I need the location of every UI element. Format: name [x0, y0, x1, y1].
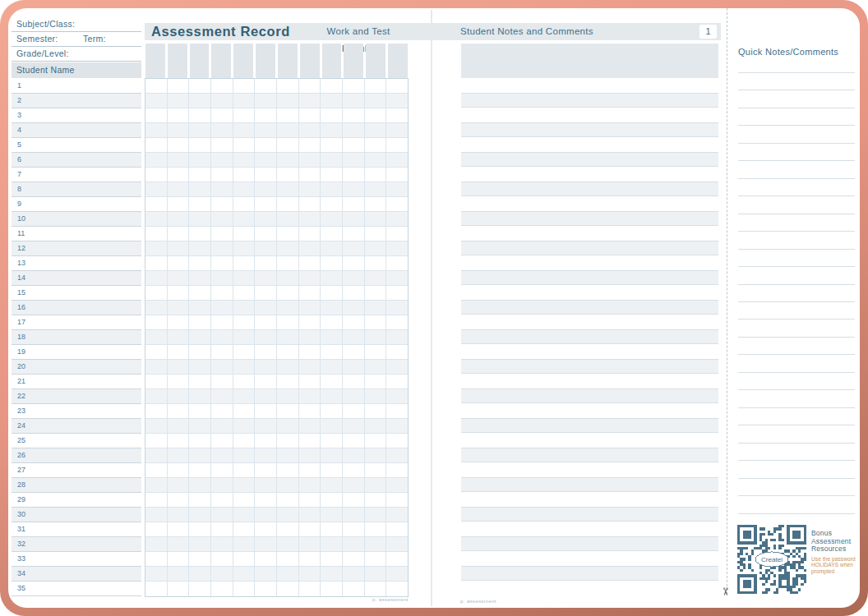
grid-cell[interactable] [145, 537, 168, 551]
grid-cell[interactable] [365, 123, 387, 137]
grid-cell[interactable] [277, 197, 299, 211]
grid-cell[interactable] [255, 123, 277, 137]
quick-note-line[interactable] [738, 214, 855, 214]
grid-cell[interactable] [233, 537, 256, 551]
grid-column-header[interactable] [168, 44, 187, 78]
grid-cell[interactable] [189, 271, 211, 285]
grid-cell[interactable] [189, 256, 211, 270]
grid-cell[interactable] [343, 375, 365, 388]
grid-cell[interactable] [321, 153, 343, 167]
grid-column-header[interactable] [190, 44, 210, 78]
grid-cell[interactable] [321, 463, 343, 477]
grid-cell[interactable] [255, 419, 277, 433]
grid-cell[interactable] [321, 301, 343, 315]
grid-cell[interactable] [168, 315, 190, 329]
grid-cell[interactable] [255, 227, 277, 241]
notes-row-16[interactable] [461, 300, 718, 315]
grid-cell[interactable] [189, 197, 211, 211]
grid-cell[interactable] [168, 448, 190, 462]
grid-cell[interactable] [365, 389, 387, 403]
grid-cell[interactable] [255, 168, 277, 182]
grid-cell[interactable] [255, 315, 277, 329]
grid-cell[interactable] [386, 434, 408, 448]
grid-cell[interactable] [321, 241, 343, 255]
notes-row-10[interactable] [461, 211, 718, 226]
grid-cell[interactable] [299, 419, 321, 433]
grid-cell[interactable] [386, 271, 408, 285]
grid-cell[interactable] [189, 315, 211, 329]
grid-cell[interactable] [211, 315, 233, 329]
grid-cell[interactable] [233, 375, 256, 388]
grid-cell[interactable] [255, 552, 277, 566]
grid-cell[interactable] [277, 153, 299, 167]
grid-cell[interactable] [321, 138, 343, 152]
grid-cell[interactable] [299, 123, 321, 137]
grid-cell[interactable] [255, 108, 277, 122]
grid-cell[interactable] [168, 567, 190, 581]
grid-cell[interactable] [321, 389, 343, 403]
grid-cell[interactable] [321, 552, 343, 566]
grid-cell[interactable] [255, 508, 277, 522]
grid-cell[interactable] [189, 301, 211, 315]
grid-cell[interactable] [321, 493, 343, 507]
grid-cell[interactable] [233, 419, 256, 433]
grid-cell[interactable] [365, 79, 387, 93]
grid-cell[interactable] [233, 168, 256, 182]
grid-cell[interactable] [277, 582, 299, 596]
quick-note-line[interactable] [738, 389, 855, 390]
student-row-25[interactable]: 25 [12, 434, 141, 448]
grid-cell[interactable] [255, 522, 277, 536]
grid-cell[interactable] [145, 301, 168, 315]
notes-row-15[interactable] [461, 285, 718, 300]
grid-cell[interactable] [277, 419, 299, 433]
grid-cell[interactable] [168, 153, 190, 167]
grid-cell[interactable] [189, 434, 211, 448]
quick-note-line[interactable] [738, 460, 855, 461]
grid-cell[interactable] [277, 271, 299, 285]
notes-row-24[interactable] [461, 418, 718, 433]
grid-cell[interactable] [255, 404, 277, 418]
grid-cell[interactable] [365, 463, 387, 477]
grid-cell[interactable] [255, 582, 277, 596]
notes-row-13[interactable] [461, 255, 718, 270]
grid-cell[interactable] [145, 138, 168, 152]
grid-cell[interactable] [255, 463, 277, 477]
grid-cell[interactable] [277, 508, 299, 522]
notes-row-20[interactable] [461, 359, 718, 374]
quick-note-line[interactable] [738, 301, 855, 302]
grid-cell[interactable] [386, 360, 408, 374]
grid-cell[interactable] [145, 463, 168, 477]
grid-cell[interactable] [343, 463, 365, 477]
grid-cell[interactable] [343, 508, 365, 522]
grid-cell[interactable] [189, 360, 211, 374]
student-row-28[interactable]: 28 [12, 478, 141, 493]
grid-cell[interactable] [321, 315, 343, 329]
grid-cell[interactable] [277, 138, 299, 152]
grid-cell[interactable] [365, 94, 387, 108]
notes-row-35[interactable] [461, 581, 718, 595]
grid-cell[interactable] [386, 79, 408, 93]
grid-cell[interactable] [365, 138, 387, 152]
grid-cell[interactable] [365, 493, 387, 507]
quick-note-line[interactable] [738, 513, 855, 514]
grid-cell[interactable] [233, 79, 256, 93]
grid-cell[interactable] [277, 182, 299, 196]
grid-cell[interactable] [343, 286, 365, 300]
grid-cell[interactable] [233, 301, 256, 315]
grid-cell[interactable] [365, 271, 387, 285]
grid-cell[interactable] [343, 582, 365, 596]
grid-cell[interactable] [211, 227, 233, 241]
grid-cell[interactable] [365, 212, 387, 226]
notes-row-3[interactable] [461, 108, 718, 122]
quick-note-line[interactable] [738, 249, 855, 250]
grid-cell[interactable] [145, 478, 168, 492]
grid-cell[interactable] [189, 241, 211, 255]
grid-cell[interactable] [343, 345, 365, 359]
grid-cell[interactable] [365, 108, 387, 122]
grid-cell[interactable] [211, 241, 233, 255]
grid-cell[interactable] [189, 493, 211, 507]
grid-cell[interactable] [299, 582, 321, 596]
grid-cell[interactable] [299, 448, 321, 462]
grid-cell[interactable] [168, 197, 190, 211]
grid-cell[interactable] [299, 286, 321, 300]
